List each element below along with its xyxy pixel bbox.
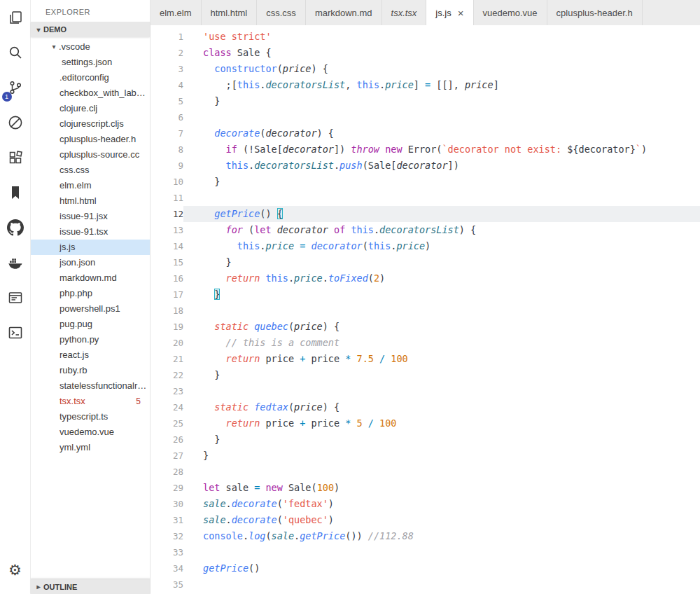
line-number[interactable]: 14	[150, 238, 183, 254]
folder-item-.vscode[interactable]: .vscode	[31, 39, 150, 55]
line-number[interactable]: 32	[150, 528, 183, 544]
code-line[interactable]: 18	[150, 303, 700, 319]
file-item-vuedemo.vue[interactable]: vuedemo.vue	[31, 424, 150, 440]
line-number[interactable]: 6	[150, 109, 183, 125]
line-number[interactable]: 20	[150, 335, 183, 351]
tab-tsx.tsx[interactable]: tsx.tsx	[382, 0, 427, 25]
chevron-down-icon[interactable]	[49, 39, 59, 55]
line-number[interactable]: 17	[150, 286, 183, 303]
github-icon[interactable]	[0, 210, 31, 245]
file-item-yml.yml[interactable]: yml.yml	[31, 440, 150, 455]
code-line[interactable]: 28	[150, 464, 700, 480]
file-item-js.js[interactable]: js.js	[31, 240, 150, 255]
code-line[interactable]: 16 return this.price.toFixed(2)	[150, 270, 700, 286]
code-line[interactable]: 12 getPrice() {	[150, 206, 700, 222]
section-header-demo[interactable]: DEMO	[31, 22, 150, 37]
line-number[interactable]: 2	[150, 45, 183, 61]
source-control-icon[interactable]: 1	[0, 70, 31, 105]
line-number[interactable]: 12	[150, 206, 183, 222]
line-number[interactable]: 35	[150, 576, 183, 593]
search-icon[interactable]	[0, 35, 31, 70]
code-line[interactable]: 2class Sale {	[150, 45, 700, 61]
code-line[interactable]: 26 }	[150, 431, 700, 448]
file-item-settings.json[interactable]: settings.json	[31, 55, 150, 70]
file-item-css.css[interactable]: css.css	[31, 163, 150, 178]
line-number[interactable]: 29	[150, 480, 183, 496]
code-line[interactable]: 7 decorate(decorator) {	[150, 125, 700, 141]
code-line[interactable]: 32console.log(sale.getPrice()) //112.88	[150, 528, 700, 544]
line-number[interactable]: 25	[150, 415, 183, 431]
line-number[interactable]: 34	[150, 560, 183, 576]
code-line[interactable]: 20 // this is a comment	[150, 335, 700, 351]
line-number[interactable]: 4	[150, 77, 183, 93]
file-item-powershell.ps1[interactable]: powershell.ps1	[31, 301, 150, 317]
file-item-cplusplus-header.h[interactable]: cplusplus-header.h	[31, 132, 150, 147]
line-number[interactable]: 9	[150, 158, 183, 174]
code-line[interactable]: 9 this.decoratorsList.push(Sale[decorato…	[150, 158, 700, 174]
code-line[interactable]: 13 for (let decorator of this.decorators…	[150, 222, 700, 238]
code-line[interactable]: 17 }	[150, 286, 700, 303]
code-line[interactable]: 15 }	[150, 254, 700, 270]
line-number[interactable]: 23	[150, 383, 183, 399]
line-number[interactable]: 13	[150, 222, 183, 238]
code-line[interactable]: 34getPrice()	[150, 560, 700, 576]
file-item-react.js[interactable]: react.js	[31, 347, 150, 363]
line-number[interactable]: 16	[150, 270, 183, 286]
line-number[interactable]: 33	[150, 544, 183, 560]
file-item-statelessfunctionalr…[interactable]: statelessfunctionalr…	[31, 378, 150, 394]
file-item-clojurescript.cljs[interactable]: clojurescript.cljs	[31, 116, 150, 132]
code-line[interactable]: 3 constructor(price) {	[150, 61, 700, 77]
code-line[interactable]: 24 static fedtax(price) {	[150, 399, 700, 415]
line-number[interactable]: 11	[150, 190, 183, 206]
code-line[interactable]: 10 }	[150, 174, 700, 190]
file-item-clojure.clj[interactable]: clojure.clj	[31, 101, 150, 116]
code-line[interactable]: 27}	[150, 448, 700, 464]
code-line[interactable]: 25 return price + price * 5 / 100	[150, 415, 700, 431]
code-line[interactable]: 11	[150, 190, 700, 206]
file-item-html.html[interactable]: html.html	[31, 193, 150, 209]
line-number[interactable]: 30	[150, 496, 183, 512]
files-icon[interactable]	[0, 0, 31, 35]
close-icon[interactable]	[458, 7, 464, 19]
code-line[interactable]: 33	[150, 544, 700, 560]
tab-cplusplus-header.h[interactable]: cplusplus-header.h	[547, 0, 643, 25]
line-number[interactable]: 7	[150, 125, 183, 141]
code-line[interactable]: 1'use strict'	[150, 29, 700, 45]
extensions-icon[interactable]	[0, 140, 31, 175]
file-item-cplusplus-source.cc[interactable]: cplusplus-source.cc	[31, 147, 150, 163]
file-item-tsx.tsx[interactable]: tsx.tsx5	[31, 394, 150, 409]
code-line[interactable]: 22 }	[150, 367, 700, 383]
code-line[interactable]: 19 static quebec(price) {	[150, 319, 700, 335]
tab-css.css[interactable]: css.css	[257, 0, 306, 25]
line-number[interactable]: 1	[150, 29, 183, 45]
line-number[interactable]: 15	[150, 254, 183, 270]
tab-elm.elm[interactable]: elm.elm	[150, 0, 202, 25]
line-number[interactable]: 26	[150, 431, 183, 448]
line-number[interactable]: 3	[150, 61, 183, 77]
code-line[interactable]: 35	[150, 576, 700, 593]
file-item-typescript.ts[interactable]: typescript.ts	[31, 409, 150, 424]
settings-gear-icon[interactable]: ⚙	[0, 552, 31, 587]
code-line[interactable]: 6	[150, 109, 700, 125]
line-number[interactable]: 22	[150, 367, 183, 383]
tab-vuedemo.vue[interactable]: vuedemo.vue	[474, 0, 547, 25]
line-number[interactable]: 27	[150, 448, 183, 464]
line-number[interactable]: 19	[150, 319, 183, 335]
line-number[interactable]: 18	[150, 303, 183, 319]
code-line[interactable]: 14 this.price = decorator(this.price)	[150, 238, 700, 254]
code-area[interactable]: 1'use strict'2class Sale {3 constructor(…	[150, 25, 700, 594]
code-line[interactable]: 31sale.decorate('quebec')	[150, 512, 700, 528]
code-line[interactable]: 21 return price + price * 7.5 / 100	[150, 351, 700, 367]
file-item-python.py[interactable]: python.py	[31, 332, 150, 347]
tab-js.js[interactable]: js.js	[426, 0, 473, 25]
file-item-issue-91.tsx[interactable]: issue-91.tsx	[31, 224, 150, 240]
preview-icon[interactable]	[0, 280, 31, 315]
file-item-markdown.md[interactable]: markdown.md	[31, 270, 150, 286]
tab-markdown.md[interactable]: markdown.md	[306, 0, 382, 25]
code-line[interactable]: 23	[150, 383, 700, 399]
line-number[interactable]: 31	[150, 512, 183, 528]
code-line[interactable]: 8 if (!Sale[decorator]) throw new Error(…	[150, 141, 700, 158]
code-line[interactable]: 4 ;[this.decoratorsList, this.price] = […	[150, 77, 700, 93]
terminal-icon[interactable]	[0, 315, 31, 350]
file-item-ruby.rb[interactable]: ruby.rb	[31, 363, 150, 378]
